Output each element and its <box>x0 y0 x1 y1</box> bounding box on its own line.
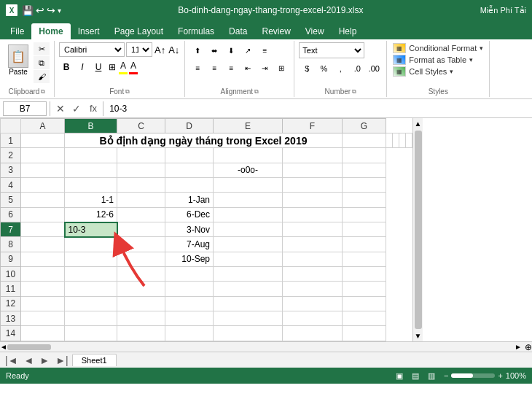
row-header-7[interactable]: 7 <box>1 222 21 237</box>
format-painter-button[interactable]: 🖌 <box>34 70 50 83</box>
confirm-formula-button[interactable]: ✓ <box>69 101 84 116</box>
cell-C3[interactable] <box>117 163 165 177</box>
cell-B3[interactable] <box>65 163 117 177</box>
cell-G4[interactable] <box>343 178 386 193</box>
copy-button[interactable]: ⧉ <box>34 56 50 69</box>
underline-button[interactable]: U <box>91 60 106 74</box>
cell-G9[interactable] <box>343 252 386 266</box>
cell-E7[interactable] <box>214 222 283 237</box>
scroll-up-button[interactable]: ▲ <box>413 118 423 129</box>
row-header-10[interactable]: 10 <box>1 267 21 282</box>
align-bottom-button[interactable]: ⬇ <box>223 42 239 58</box>
col-header-e[interactable]: E <box>214 119 283 133</box>
cell-B8[interactable] <box>65 237 117 252</box>
tab-home[interactable]: Home <box>31 23 70 39</box>
cell-G10[interactable] <box>343 267 386 282</box>
cell-ref-input[interactable] <box>3 101 47 116</box>
cell-B6[interactable]: 12-6 <box>65 207 117 222</box>
row-header-8[interactable]: 8 <box>1 237 21 252</box>
format-as-table-button[interactable]: ▦ Format as Table ▾ <box>391 54 474 66</box>
row-header-5[interactable]: 5 <box>1 193 21 207</box>
row-header-6[interactable]: 6 <box>1 207 21 222</box>
cell-A14[interactable] <box>21 326 65 341</box>
cell-F6[interactable] <box>283 207 343 222</box>
view-page-break-icon[interactable]: ▥ <box>428 371 435 381</box>
cell-A13[interactable] <box>21 311 65 326</box>
cell-B12[interactable] <box>65 296 117 311</box>
cell-F11[interactable] <box>283 282 343 296</box>
cell-F5[interactable] <box>283 193 343 207</box>
cell-E8[interactable] <box>214 237 283 252</box>
cell-E10[interactable] <box>214 267 283 282</box>
cell-E12[interactable] <box>214 296 283 311</box>
cell-D7[interactable]: 3-Nov <box>165 222 214 237</box>
cell-E3[interactable]: -o0o- <box>214 163 283 177</box>
border-button[interactable]: ⊞ <box>107 61 117 74</box>
fill-color-button[interactable]: A <box>119 59 128 74</box>
cell-D14[interactable] <box>165 326 214 341</box>
cell-A7[interactable] <box>21 222 65 237</box>
cell-F14[interactable] <box>283 326 343 341</box>
align-middle-button[interactable]: ⬌ <box>206 42 222 58</box>
h-scroll-thumb[interactable] <box>7 344 51 350</box>
cell-E4[interactable] <box>214 178 283 193</box>
sheet-nav-prev[interactable]: ◄ <box>22 354 36 366</box>
cell-B4[interactable] <box>65 178 117 193</box>
cell-A4[interactable] <box>21 178 65 193</box>
cell-G5[interactable] <box>343 193 386 207</box>
cell-G13[interactable] <box>343 311 386 326</box>
align-right-button[interactable]: ≡ <box>223 60 239 76</box>
cell-C1[interactable] <box>343 133 386 148</box>
cell-B13[interactable] <box>65 311 117 326</box>
tab-data[interactable]: Data <box>222 23 254 39</box>
row-header-1[interactable]: 1 <box>1 133 21 148</box>
cell-C10[interactable] <box>117 267 165 282</box>
row-header-14[interactable]: 14 <box>1 326 21 341</box>
col-header-b[interactable]: B <box>65 119 117 133</box>
vertical-scrollbar[interactable]: ▲ ▼ <box>412 118 423 341</box>
cell-F2[interactable] <box>283 148 343 163</box>
cell-A9[interactable] <box>21 252 65 266</box>
cell-D10[interactable] <box>165 267 214 282</box>
tab-formulas[interactable]: Formulas <box>171 23 222 39</box>
cell-C5[interactable] <box>117 193 165 207</box>
cell-E14[interactable] <box>214 326 283 341</box>
cell-A12[interactable] <box>21 296 65 311</box>
cell-F7[interactable] <box>283 222 343 237</box>
cell-E6[interactable] <box>214 207 283 222</box>
decrease-font-btn[interactable]: A↓ <box>168 44 180 56</box>
font-size-select[interactable]: 11 <box>126 42 152 57</box>
cell-F4[interactable] <box>283 178 343 193</box>
cell-D6[interactable]: 6-Dec <box>165 207 214 222</box>
merge-center-button[interactable]: ⊞ <box>273 60 289 76</box>
conditional-format-button[interactable]: ▦ Conditional Format ▾ <box>391 42 485 54</box>
cell-E11[interactable] <box>214 282 283 296</box>
cancel-formula-button[interactable]: ✕ <box>53 101 68 116</box>
cell-F13[interactable] <box>283 311 343 326</box>
view-normal-icon[interactable]: ▣ <box>396 371 403 381</box>
cell-C13[interactable] <box>117 311 165 326</box>
font-color-button[interactable]: A <box>129 59 138 74</box>
alignment-expand[interactable]: ⧉ <box>254 88 259 96</box>
cell-E5[interactable] <box>214 193 283 207</box>
cell-A1[interactable] <box>21 133 65 148</box>
wrap-text-button[interactable]: ≡ <box>257 42 273 58</box>
cell-G11[interactable] <box>343 282 386 296</box>
cell-A8[interactable] <box>21 237 65 252</box>
save-icon[interactable]: 💾 <box>22 5 34 16</box>
decrease-indent-button[interactable]: ⇤ <box>240 60 256 76</box>
cell-G7[interactable] <box>343 222 386 237</box>
col-header-c[interactable]: C <box>117 119 165 133</box>
cell-G3[interactable] <box>343 163 386 177</box>
row-header-3[interactable]: 3 <box>1 163 21 177</box>
cell-D9[interactable]: 10-Sep <box>165 252 214 266</box>
cell-A5[interactable] <box>21 193 65 207</box>
cell-B5[interactable]: 1-1 <box>65 193 117 207</box>
text-orient-button[interactable]: ↗ <box>240 42 256 58</box>
cell-D3[interactable] <box>165 163 214 177</box>
cell-B11[interactable] <box>65 282 117 296</box>
cell-G6[interactable] <box>343 207 386 222</box>
cell-B10[interactable] <box>65 267 117 282</box>
bold-button[interactable]: B <box>59 60 74 74</box>
font-name-select[interactable]: Calibri <box>59 42 125 57</box>
